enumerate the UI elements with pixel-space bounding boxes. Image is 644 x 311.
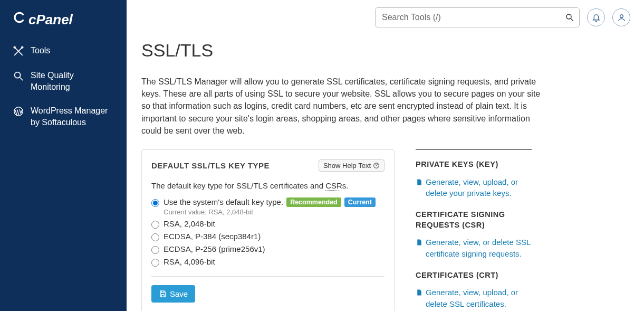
save-button[interactable]: Save <box>151 285 195 303</box>
svg-point-2 <box>15 72 21 78</box>
search <box>375 7 580 27</box>
key-type-option-ecdsa-p256[interactable]: ECDSA, P-256 (prime256v1) <box>151 244 385 254</box>
cpanel-logo-icon <box>13 11 26 24</box>
sidebar-item-tools[interactable]: Tools <box>0 39 127 63</box>
key-type-option-rsa-2048[interactable]: RSA, 2,048-bit <box>151 219 385 229</box>
search-input[interactable] <box>375 7 580 27</box>
key-type-option-default[interactable]: Use the system's default key type. Recom… <box>151 197 385 216</box>
search-icon <box>565 13 574 22</box>
radio-input[interactable] <box>151 233 159 241</box>
brand-text: cPanel <box>28 12 73 28</box>
radio-label: Use the system's default key type. <box>164 197 283 206</box>
side-section-title: CERTIFICATES (CRT) <box>416 270 532 281</box>
magnify-icon <box>13 70 24 82</box>
content: SSL/TLS The SSL/TLS Manager will allow y… <box>127 27 644 311</box>
search-button[interactable] <box>563 11 576 24</box>
notifications-button[interactable] <box>587 8 605 26</box>
sidebar: cPanel Tools Site Quality Monitoring Wor… <box>0 0 127 311</box>
main: SSL/TLS The SSL/TLS Manager will allow y… <box>127 0 644 311</box>
radio-label: ECDSA, P-384 (secp384r1) <box>164 232 261 241</box>
topbar <box>127 0 644 27</box>
file-icon <box>416 178 422 186</box>
account-button[interactable] <box>612 8 630 26</box>
key-type-option-ecdsa-p384[interactable]: ECDSA, P-384 (secp384r1) <box>151 232 385 241</box>
certificates-link[interactable]: Generate, view, upload, or delete SSL ce… <box>416 287 532 310</box>
side-link-text: Generate, view, upload, or delete your p… <box>426 176 532 200</box>
page-intro: The SSL/TLS Manager will allow you to ge… <box>141 76 547 137</box>
recommended-badge: Recommended <box>286 197 341 207</box>
card-title: DEFAULT SSL/TLS KEY TYPE <box>151 161 270 170</box>
radio-label: RSA, 2,048-bit <box>164 219 215 228</box>
side-section-certificates: CERTIFICATES (CRT) Generate, view, uploa… <box>416 270 532 310</box>
show-help-text-button[interactable]: Show Help Text <box>319 159 385 172</box>
radio-input[interactable] <box>151 199 159 207</box>
sidebar-item-label: Site Quality Monitoring <box>31 70 114 92</box>
question-circle-icon <box>373 162 380 169</box>
file-icon <box>416 238 422 247</box>
key-type-radio-group: Use the system's default key type. Recom… <box>151 197 385 267</box>
private-keys-link[interactable]: Generate, view, upload, or delete your p… <box>416 176 532 200</box>
svg-point-5 <box>620 14 623 17</box>
csr-abbrev: CSR <box>325 181 342 191</box>
save-icon <box>159 290 167 298</box>
side-section-title: CERTIFICATE SIGNING REQUESTS (CSR) <box>416 210 532 230</box>
file-icon <box>416 288 422 297</box>
sidebar-item-wordpress[interactable]: WordPress Manager by Softaculous <box>0 99 127 134</box>
sidebar-item-label: WordPress Manager by Softaculous <box>31 105 114 128</box>
side-link-text: Generate, view, or delete SSL certificat… <box>426 237 532 260</box>
brand-logo[interactable]: cPanel <box>0 11 127 39</box>
sidebar-item-label: Tools <box>31 45 50 56</box>
radio-input[interactable] <box>151 259 159 267</box>
side-section-private-keys: PRIVATE KEYS (KEY) Generate, view, uploa… <box>416 149 532 199</box>
radio-label: ECDSA, P-256 (prime256v1) <box>164 244 265 253</box>
sidebar-item-site-quality[interactable]: Site Quality Monitoring <box>0 63 127 99</box>
side-link-text: Generate, view, upload, or delete SSL ce… <box>426 287 532 310</box>
key-type-card: DEFAULT SSL/TLS KEY TYPE Show Help Text … <box>141 149 395 311</box>
wordpress-icon <box>13 106 24 117</box>
current-value-text: Current value: RSA, 2,048-bit <box>164 208 376 216</box>
side-panel: PRIVATE KEYS (KEY) Generate, view, uploa… <box>416 149 532 311</box>
save-button-label: Save <box>170 289 188 298</box>
svg-point-4 <box>566 14 571 19</box>
page-title: SSL/TLS <box>141 40 629 61</box>
card-description: The default key type for SSL/TLS certifi… <box>151 181 385 190</box>
side-section-csr: CERTIFICATE SIGNING REQUESTS (CSR) Gener… <box>416 210 532 260</box>
help-btn-label: Show Help Text <box>323 162 371 169</box>
current-badge: Current <box>344 197 376 207</box>
radio-input[interactable] <box>151 221 159 229</box>
side-section-title: PRIVATE KEYS (KEY) <box>416 159 532 170</box>
bell-icon <box>592 13 601 22</box>
radio-input[interactable] <box>151 246 159 254</box>
radio-label: RSA, 4,096-bit <box>164 257 215 266</box>
tools-icon <box>13 45 24 57</box>
csr-link[interactable]: Generate, view, or delete SSL certificat… <box>416 237 532 260</box>
key-type-option-rsa-4096[interactable]: RSA, 4,096-bit <box>151 257 385 267</box>
user-icon <box>617 13 626 22</box>
